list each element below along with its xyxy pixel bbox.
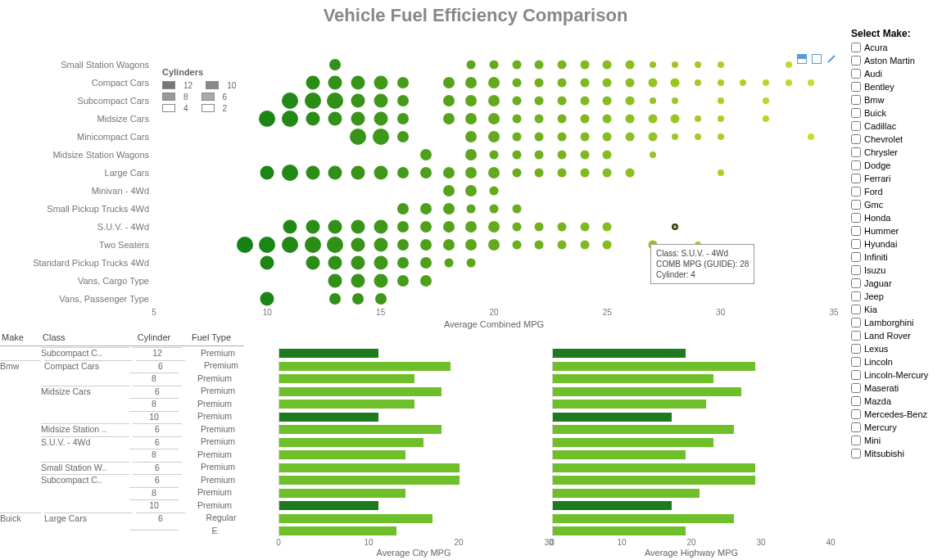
table-row[interactable]: 8Premium [0, 397, 279, 410]
bubble-point[interactable] [351, 220, 365, 234]
filter-checkbox[interactable] [851, 160, 861, 170]
bubble-point[interactable] [397, 113, 409, 124]
bar-row[interactable] [279, 462, 848, 475]
filter-item[interactable]: Lincoln-Mercury [851, 368, 951, 382]
filter-item[interactable]: Kia [851, 303, 951, 316]
bubble-point[interactable] [465, 131, 477, 142]
bubble-point[interactable] [763, 79, 769, 86]
bubble-point[interactable] [443, 185, 455, 196]
bubble-point[interactable] [443, 95, 455, 106]
bubble-point[interactable] [535, 151, 544, 160]
bubble-point[interactable] [740, 79, 746, 86]
bubble-point[interactable] [512, 115, 521, 124]
bar-row[interactable] [279, 398, 848, 411]
bubble-point[interactable] [535, 223, 544, 232]
bubble-point[interactable] [512, 61, 521, 70]
bubble-point[interactable] [329, 59, 341, 70]
bubble-point[interactable] [397, 275, 409, 287]
filter-checkbox[interactable] [851, 69, 861, 79]
bubble-point[interactable] [580, 223, 589, 232]
filter-item[interactable]: Ford [851, 185, 951, 198]
filter-item[interactable]: Mercedes-Benz [851, 408, 951, 421]
bubble-point[interactable] [328, 112, 342, 126]
bubble-point[interactable] [695, 133, 701, 140]
bubble-point[interactable] [328, 220, 342, 234]
bubble-point[interactable] [374, 166, 387, 180]
filter-item[interactable]: Lexus [851, 342, 951, 355]
bubble-point[interactable] [443, 221, 455, 233]
bubble-point[interactable] [351, 256, 365, 270]
bubble-point[interactable] [306, 220, 319, 234]
bubble-point[interactable] [558, 133, 567, 142]
filter-item[interactable]: Buick [851, 106, 951, 120]
bubble-point[interactable] [467, 61, 476, 70]
filter-checkbox[interactable] [851, 147, 861, 157]
bubble-point[interactable] [328, 76, 342, 90]
bubble-point[interactable] [443, 203, 455, 215]
bar-row[interactable] [279, 423, 848, 436]
filter-checkbox[interactable] [851, 370, 861, 380]
filter-item[interactable]: Aston Martin [851, 54, 951, 67]
table-row[interactable]: 10Premium [0, 499, 279, 512]
bubble-point[interactable] [260, 292, 274, 306]
bubble-point[interactable] [283, 220, 297, 234]
bubble-point[interactable] [351, 112, 365, 126]
table-row[interactable]: Small Station W..6Premium [0, 461, 279, 474]
bar-row[interactable] [279, 347, 848, 360]
filter-checkbox[interactable] [851, 108, 861, 118]
bar-row[interactable] [279, 386, 848, 399]
bubble-point[interactable] [488, 167, 500, 178]
filter-item[interactable]: Acura [851, 41, 951, 54]
filter-checkbox[interactable] [851, 449, 861, 458]
bubble-point[interactable] [351, 166, 365, 180]
bubble-point[interactable] [603, 79, 612, 88]
bubble-point[interactable] [327, 93, 343, 109]
bubble-point[interactable] [465, 149, 477, 160]
bubble-point[interactable] [672, 61, 678, 68]
bar-row[interactable] [279, 513, 848, 526]
filter-item[interactable]: Mazda [851, 395, 951, 408]
bubble-point[interactable] [671, 115, 680, 124]
bubble-point[interactable] [465, 185, 477, 196]
bubble-point[interactable] [580, 169, 589, 178]
table-row[interactable]: E [0, 524, 279, 537]
bubble-point[interactable] [512, 151, 521, 160]
bubble-point[interactable] [260, 166, 274, 180]
bubble-point[interactable] [374, 76, 387, 90]
bubble-point[interactable] [763, 97, 769, 104]
bubble-point[interactable] [535, 133, 544, 142]
filter-checkbox[interactable] [851, 422, 861, 432]
bubble-point[interactable] [535, 79, 544, 88]
bubble-point[interactable] [558, 79, 567, 88]
bubble-point[interactable] [626, 97, 635, 106]
bubble-point[interactable] [580, 241, 589, 250]
bubble-point[interactable] [397, 95, 409, 106]
bubble-point[interactable] [580, 151, 589, 160]
filter-item[interactable]: Mini [851, 434, 951, 447]
bubble-point[interactable] [259, 111, 275, 127]
bubble-point[interactable] [558, 169, 567, 178]
filter-checkbox[interactable] [851, 95, 861, 105]
bubble-point[interactable] [718, 79, 724, 86]
bubble-point[interactable] [443, 167, 455, 178]
bubble-point[interactable] [488, 221, 500, 233]
bar-row[interactable] [279, 499, 848, 513]
bubble-point[interactable] [467, 259, 476, 268]
bubble-point[interactable] [671, 79, 680, 88]
filter-checkbox[interactable] [851, 82, 861, 92]
bubble-point[interactable] [282, 237, 298, 253]
bar-row[interactable] [279, 474, 848, 487]
bubble-point[interactable] [488, 113, 500, 124]
filter-item[interactable]: Cadillac [851, 120, 951, 133]
bubble-point[interactable] [603, 241, 612, 250]
bubble-point[interactable] [329, 293, 341, 305]
bubble-point[interactable] [397, 221, 409, 233]
filter-item[interactable]: Ferrari [851, 172, 951, 185]
bubble-point[interactable] [808, 79, 814, 86]
bubble-point[interactable] [603, 97, 612, 106]
bubble-point[interactable] [282, 111, 298, 127]
bubble-point[interactable] [648, 79, 657, 88]
bubble-point[interactable] [374, 256, 387, 270]
filter-checkbox[interactable] [851, 396, 861, 406]
bubble-point[interactable] [512, 97, 521, 106]
